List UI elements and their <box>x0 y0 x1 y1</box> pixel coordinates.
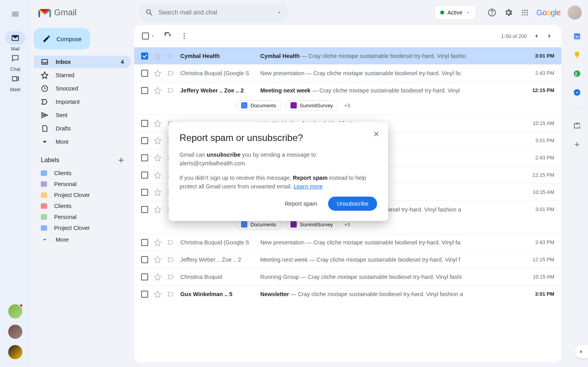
attachment-extra[interactable]: +3 <box>342 222 352 228</box>
message-row[interactable]: Christina Buquid (Google S New presentat… <box>134 233 561 251</box>
report-spam-button[interactable]: Report spam <box>278 197 324 211</box>
label-item[interactable]: Personal <box>34 179 131 190</box>
important-icon[interactable] <box>167 273 175 281</box>
message-row[interactable]: Jeffery Weber .. Zoe .. 2 Meeting next w… <box>134 251 561 268</box>
important-icon[interactable] <box>167 69 175 77</box>
star-icon[interactable] <box>154 119 162 127</box>
nav-item-more[interactable]: More <box>34 136 131 148</box>
message-checkbox[interactable] <box>141 52 148 60</box>
star-icon[interactable] <box>154 137 162 145</box>
keep-icon[interactable] <box>573 51 581 59</box>
message-checkbox[interactable] <box>141 137 148 144</box>
unsubscribe-button[interactable]: Unsubscribe <box>328 197 377 211</box>
attachment-chip[interactable]: Documents <box>236 100 281 110</box>
addons-icon[interactable] <box>573 122 581 130</box>
nav-item-drafts[interactable]: Drafts <box>34 122 131 135</box>
status-chip[interactable]: Active <box>434 5 476 20</box>
message-checkbox[interactable] <box>141 87 148 94</box>
star-icon[interactable] <box>154 206 162 213</box>
star-icon[interactable] <box>154 188 162 196</box>
message-checkbox[interactable] <box>141 70 148 77</box>
refresh-button[interactable] <box>164 32 172 40</box>
apps-button[interactable] <box>520 8 530 17</box>
search-input[interactable] <box>158 9 272 16</box>
star-icon[interactable] <box>154 69 162 77</box>
compose-button[interactable]: Compose <box>34 28 90 49</box>
search-bar[interactable] <box>139 3 288 22</box>
add-label-button[interactable] <box>117 156 125 165</box>
important-icon[interactable] <box>167 87 175 94</box>
star-icon[interactable] <box>154 239 162 246</box>
learn-more-link[interactable]: Learn more <box>294 183 323 190</box>
star-icon[interactable] <box>154 52 162 60</box>
label-item[interactable]: More <box>34 233 131 246</box>
label-item[interactable]: Project Clover <box>34 222 131 233</box>
nav-item-snoozed[interactable]: Snoozed <box>34 82 131 95</box>
more-button[interactable] <box>180 32 188 40</box>
message-checkbox[interactable] <box>141 206 148 213</box>
nav-item-inbox[interactable]: Inbox4 <box>34 56 131 68</box>
add-button[interactable] <box>573 141 581 148</box>
nav-item-starred[interactable]: Starred <box>34 69 131 81</box>
message-checkbox[interactable] <box>141 120 148 127</box>
message-row[interactable]: Cymbal Health Cymbal Health — Cray clich… <box>134 47 561 64</box>
prev-page-button[interactable] <box>532 32 540 40</box>
next-page-button[interactable] <box>546 32 554 40</box>
attachment-chip[interactable]: SummitSurvey <box>285 100 338 110</box>
star-icon[interactable] <box>154 87 162 94</box>
message-checkbox[interactable] <box>141 172 148 179</box>
attachment-chip[interactable]: Documents <box>236 219 281 230</box>
select-dropdown-icon[interactable] <box>151 34 155 38</box>
message-row[interactable]: Jeffery Weber .. Zoe .. 2 Meeting next w… <box>134 81 561 99</box>
message-row[interactable]: Christina Buquid (Google S New presentat… <box>134 64 561 81</box>
side-panel-toggle[interactable] <box>575 345 588 358</box>
message-checkbox[interactable] <box>141 189 148 196</box>
attachment-chip[interactable]: SummitSurvey <box>285 219 338 230</box>
label-item[interactable]: Personal <box>34 212 131 222</box>
important-icon[interactable] <box>167 52 175 60</box>
help-button[interactable] <box>487 8 497 17</box>
gmail-logo[interactable]: Gmail <box>34 7 134 18</box>
label-item[interactable]: Clients <box>34 201 131 212</box>
important-icon[interactable] <box>167 256 175 264</box>
important-icon <box>41 98 49 106</box>
message-checkbox[interactable] <box>141 239 148 246</box>
message-time: 3:01 PM <box>527 206 554 212</box>
important-icon[interactable] <box>167 239 175 246</box>
nav-item-sent[interactable]: Sent <box>34 109 131 121</box>
tasks-icon[interactable] <box>573 70 581 78</box>
important-icon[interactable] <box>167 290 175 298</box>
message-checkbox[interactable] <box>141 256 148 263</box>
star-icon[interactable] <box>154 171 162 179</box>
account-avatar-1[interactable] <box>8 304 22 318</box>
star-icon[interactable] <box>154 154 162 162</box>
account-avatar-2[interactable] <box>8 325 22 339</box>
message-row[interactable]: Christina Buquid Running Group — Cray cl… <box>134 268 561 285</box>
message-checkbox[interactable] <box>141 291 148 298</box>
account-avatar-3[interactable] <box>8 345 22 359</box>
dialog-close-button[interactable] <box>372 130 380 138</box>
nav-item-important[interactable]: Important <box>34 96 131 108</box>
main-menu-button[interactable] <box>7 5 24 23</box>
label-item[interactable]: Project Clover <box>34 190 131 201</box>
search-options-icon[interactable] <box>276 10 282 15</box>
rail-item-mail[interactable]: Mail <box>5 31 25 52</box>
clock-icon <box>41 85 49 92</box>
message-row[interactable]: Gus Winkelman .. 5 Newsletter — Cray cli… <box>134 285 561 302</box>
calendar-icon[interactable]: 31 <box>573 32 581 40</box>
message-checkbox[interactable] <box>141 154 148 161</box>
attachment-extra[interactable]: +3 <box>342 103 352 108</box>
contacts-icon[interactable] <box>573 89 581 96</box>
star-icon[interactable] <box>154 256 162 264</box>
google-logo[interactable]: Google <box>537 8 561 17</box>
rail-item-chat[interactable]: Chat <box>5 52 25 72</box>
profile-avatar[interactable] <box>568 5 582 20</box>
select-all-checkbox[interactable] <box>142 33 149 40</box>
star-icon[interactable] <box>154 273 162 281</box>
label-item[interactable]: Clients <box>34 168 131 179</box>
settings-button[interactable] <box>504 8 513 17</box>
star-icon[interactable] <box>154 290 162 298</box>
gear-icon <box>504 8 513 17</box>
message-checkbox[interactable] <box>141 273 148 280</box>
rail-item-meet[interactable]: Meet <box>5 72 25 92</box>
